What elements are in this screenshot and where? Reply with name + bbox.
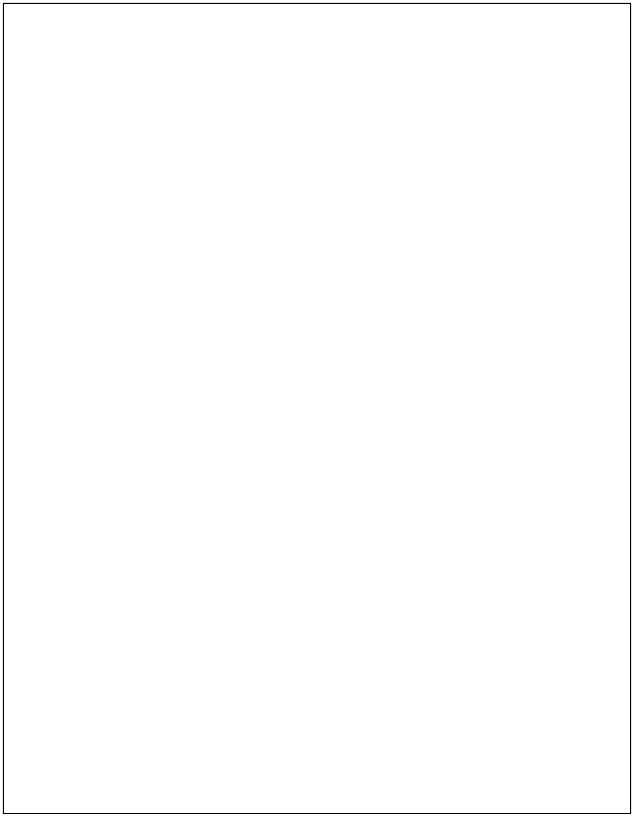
outer-frame xyxy=(3,3,631,813)
